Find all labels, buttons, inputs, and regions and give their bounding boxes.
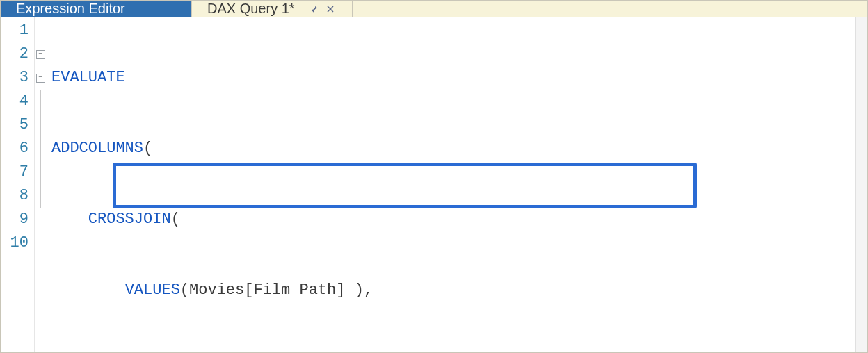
pin-icon[interactable] xyxy=(307,3,320,15)
line-number: 2 xyxy=(5,42,29,66)
line-number: 8 xyxy=(5,184,29,208)
line-number: 3 xyxy=(5,66,29,90)
tab-bar: Expression Editor DAX Query 1* xyxy=(1,1,867,17)
tab-expression-editor[interactable]: Expression Editor xyxy=(1,1,192,17)
fold-guide xyxy=(40,113,41,137)
code-area[interactable]: EVALUATE ADDCOLUMNS( CROSSJOIN( VALUES(M… xyxy=(46,17,855,352)
code-line: EVALUATE xyxy=(51,66,855,90)
line-number: 1 xyxy=(5,19,29,42)
line-number: 4 xyxy=(5,90,29,113)
code-line: VALUES( 'Max Path Index'[Value] ) xyxy=(51,350,855,352)
app-window: Expression Editor DAX Query 1* 1 2 3 4 5… xyxy=(0,0,868,353)
code-line: VALUES(Movies[Film Path] ), xyxy=(51,279,855,302)
code-editor[interactable]: 1 2 3 4 5 6 7 8 9 10 − − EVALUATE ADDCOL… xyxy=(1,17,867,352)
tab-label: Expression Editor xyxy=(16,1,125,17)
fold-gutter: − − xyxy=(35,17,46,352)
vertical-scrollbar[interactable] xyxy=(855,17,867,352)
line-number: 7 xyxy=(5,161,29,184)
annotation-highlight-box xyxy=(113,163,697,208)
tab-dax-query[interactable]: DAX Query 1* xyxy=(192,1,353,17)
line-number: 10 xyxy=(5,231,29,255)
line-number: 5 xyxy=(5,113,29,137)
fold-guide xyxy=(40,90,41,113)
close-icon[interactable] xyxy=(324,3,337,15)
fold-toggle-icon[interactable]: − xyxy=(36,50,45,59)
fold-guide xyxy=(40,137,41,161)
tab-label: DAX Query 1* xyxy=(207,1,295,17)
fold-guide xyxy=(40,184,41,208)
line-number: 6 xyxy=(5,137,29,161)
fold-toggle-icon[interactable]: − xyxy=(36,74,45,83)
fold-guide xyxy=(40,161,41,184)
line-number: 9 xyxy=(5,208,29,231)
code-line: ADDCOLUMNS( xyxy=(51,137,855,161)
code-line: CROSSJOIN( xyxy=(51,208,855,231)
line-number-gutter: 1 2 3 4 5 6 7 8 9 10 xyxy=(1,17,35,352)
